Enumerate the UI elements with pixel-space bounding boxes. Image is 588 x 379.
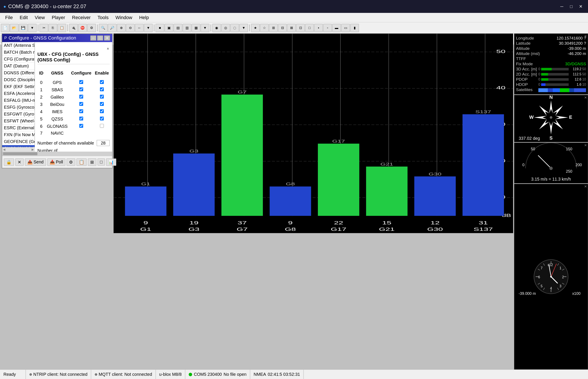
nav-dosc[interactable]: DOSC (Disciplined Os: [2, 77, 34, 83]
menu-receiver[interactable]: Receiver: [68, 14, 94, 21]
clock-panel-close[interactable]: ✕: [584, 184, 587, 189]
tb-d3[interactable]: ⊞: [269, 24, 278, 32]
nav-dat[interactable]: DAT (Datum): [2, 63, 34, 70]
tb-d12[interactable]: ▮: [350, 24, 359, 32]
minimize-button[interactable]: ─: [558, 2, 566, 10]
tb-zoom5[interactable]: ↔: [135, 24, 144, 32]
menu-tools[interactable]: Tools: [94, 14, 112, 21]
check-enable-4[interactable]: [100, 109, 104, 113]
lock-button[interactable]: 🔒: [4, 158, 14, 166]
dialog-maximize[interactable]: □: [97, 35, 103, 41]
tb-zoom1[interactable]: 🔍: [99, 24, 107, 32]
gps-panel-close[interactable]: ✕: [584, 34, 587, 38]
nav-fxn[interactable]: FXN (Fix Now Mode): [2, 131, 34, 138]
tb-dropdown2[interactable]: ▼: [144, 24, 152, 32]
speed-panel-close[interactable]: ✕: [584, 143, 587, 147]
nav-esfa[interactable]: ESFA (Accelerometer: [2, 90, 34, 97]
menu-help[interactable]: Help: [136, 14, 152, 21]
check-enable-2[interactable]: [100, 95, 104, 98]
tb-disconnect[interactable]: ⛔: [78, 24, 87, 32]
menu-edit[interactable]: Edit: [16, 14, 31, 21]
maximize-button[interactable]: □: [567, 2, 575, 10]
tb-zoom3[interactable]: ⊕: [117, 24, 126, 32]
menu-file[interactable]: File: [2, 14, 16, 21]
tb-b1[interactable]: ■: [156, 24, 164, 32]
nav-cfg[interactable]: CFG (Configuration): [2, 56, 34, 63]
tb-zoom4[interactable]: ⊖: [126, 24, 134, 32]
tb-new[interactable]: 📄: [1, 24, 9, 32]
check-enable-0[interactable]: [100, 80, 104, 84]
tb-connect[interactable]: 🔌: [69, 24, 78, 32]
tb-c3[interactable]: ◌: [230, 24, 239, 32]
tb-dropdown1[interactable]: ▼: [28, 24, 36, 32]
nav-esrc[interactable]: ESRC (External Source: [2, 125, 34, 131]
tb-paste[interactable]: 📋: [58, 24, 66, 32]
tb-c2[interactable]: ◎: [221, 24, 230, 32]
tb-btn4[interactable]: 📋: [77, 158, 87, 166]
tb-open[interactable]: 📂: [10, 24, 18, 32]
check-configure-5[interactable]: [79, 117, 83, 120]
send-button[interactable]: 📤 Send: [25, 158, 46, 166]
nav-scroll-right[interactable]: ▶: [31, 147, 35, 152]
tb-copy[interactable]: ⎘: [49, 24, 57, 32]
dialog-minimize[interactable]: ─: [90, 35, 96, 41]
tb-cut[interactable]: ✂: [40, 24, 48, 32]
tb-d1[interactable]: ★: [251, 24, 260, 32]
check-configure-1[interactable]: [79, 87, 83, 91]
menu-view[interactable]: View: [31, 14, 48, 21]
tb-d11[interactable]: ▭: [341, 24, 350, 32]
nav-dgnss[interactable]: DGNSS (Differential G: [2, 70, 34, 77]
tb-c1[interactable]: ◉: [212, 24, 221, 32]
check-configure-4[interactable]: [79, 109, 83, 113]
close-x-button[interactable]: ✕: [15, 158, 24, 166]
content-scroll-up[interactable]: ▲: [106, 46, 110, 50]
close-button[interactable]: ✕: [577, 2, 585, 10]
tb-btn6[interactable]: □: [98, 158, 105, 166]
nav-esfg[interactable]: ESFG (Gyroscope Con: [2, 104, 34, 111]
tb-zoom2[interactable]: 🔎: [108, 24, 117, 32]
tb-d5[interactable]: ⊠: [287, 24, 296, 32]
nav-gnss[interactable]: GNSS (GNSS Config): [2, 145, 34, 147]
nav-ekf[interactable]: EKF (EKF Settings): [2, 83, 34, 90]
poll-button[interactable]: 📥 Poll: [47, 158, 65, 166]
nav-ant[interactable]: ANT (Antenna Setting: [2, 42, 34, 49]
menu-window[interactable]: Window: [112, 14, 136, 21]
check-enable-3[interactable]: [100, 102, 104, 106]
menu-player[interactable]: Player: [48, 14, 68, 21]
check-configure-3[interactable]: [79, 102, 83, 106]
check-configure-2[interactable]: [79, 95, 83, 98]
tb-btn3[interactable]: ⚙: [67, 158, 75, 166]
dialog-hscrollbar[interactable]: [2, 152, 112, 156]
tb-dropdown4[interactable]: ▼: [239, 24, 248, 32]
tb-btn7[interactable]: 📊: [106, 158, 116, 166]
check-enable-6[interactable]: [100, 124, 104, 128]
nav-batch[interactable]: BATCH (Batch mode c: [2, 49, 34, 56]
tb-save[interactable]: 💾: [19, 24, 28, 32]
check-enable-5[interactable]: [100, 117, 104, 120]
channels-available-input[interactable]: [97, 140, 110, 146]
nav-scroll-left[interactable]: ◀: [2, 147, 6, 152]
tb-d7[interactable]: □: [305, 24, 314, 32]
tb-b3[interactable]: ▤: [174, 24, 182, 32]
tb-b2[interactable]: ▣: [165, 24, 173, 32]
dialog-close[interactable]: ✕: [104, 35, 110, 41]
nav-esfalg[interactable]: ESFALG (IMU-mount /: [2, 97, 34, 104]
compass-panel-close[interactable]: ✕: [584, 95, 587, 100]
dialog-hscroll-thumb[interactable]: [3, 152, 37, 155]
tb-b5[interactable]: ▦: [192, 24, 200, 32]
check-configure-0[interactable]: [79, 80, 83, 84]
tb-d4[interactable]: ⊟: [278, 24, 287, 32]
tb-b4[interactable]: ▥: [183, 24, 191, 32]
tb-d2[interactable]: ☆: [260, 24, 269, 32]
check-configure-6[interactable]: [79, 124, 83, 128]
nav-geofence[interactable]: GEOFENCE (Geofence: [2, 138, 34, 145]
tb-d6[interactable]: ⊡: [296, 24, 305, 32]
tb-btn5[interactable]: ⊞: [88, 158, 96, 166]
tb-d10[interactable]: ▬: [332, 24, 341, 32]
tb-d9[interactable]: ▫: [323, 24, 332, 32]
tb-dropdown3[interactable]: ▼: [201, 24, 209, 32]
check-enable-1[interactable]: [100, 87, 104, 91]
nav-esfwt[interactable]: ESFWT (Wheel-Tick Co: [2, 118, 34, 125]
tb-settings[interactable]: ⚙: [87, 24, 96, 32]
nav-esfgwt[interactable]: ESFGWT (Gyro+Whee: [2, 111, 34, 118]
